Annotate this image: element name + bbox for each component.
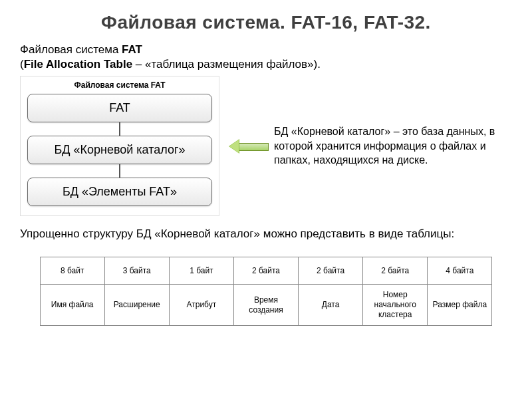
table-cell: Имя файла	[40, 285, 104, 326]
table-cell: Время создания	[233, 285, 298, 326]
table-cell: Номер начального кластера	[363, 285, 428, 326]
fat-diagram: Файловая система FAT FAT БД «Корневой ка…	[20, 76, 219, 216]
intro-line1-bold: FAT	[122, 43, 142, 56]
table-cell: 8 байт	[40, 257, 104, 285]
root-catalog-table: 8 байт 3 байта 1 байт 2 байта 2 байта 2 …	[40, 257, 493, 326]
table-cell: Расширение	[104, 285, 169, 326]
intro-line2-bold: File Allocation Table	[24, 58, 132, 70]
table-cell: 2 байта	[363, 257, 428, 285]
table-cell: 3 байта	[104, 257, 169, 285]
callout-text: БД «Корневой каталог» – это база данных,…	[269, 124, 512, 168]
intro-line2-rest: – «таблица размещения файлов»).	[132, 58, 321, 70]
diagram-caption: Файловая система FAT	[27, 80, 212, 90]
diagram-connector-1	[119, 122, 120, 136]
diagram-box-root-catalog: БД «Корневой каталог»	[27, 136, 212, 164]
table-cell: Атрибут	[169, 285, 233, 326]
table-cell: 2 байта	[299, 257, 363, 285]
table-cell: 1 байт	[169, 257, 233, 285]
table-cell: 2 байта	[233, 257, 298, 285]
intro-line1-prefix: Файловая система	[20, 43, 122, 56]
diagram-box-fat: FAT	[27, 94, 212, 122]
post-diagram-text: Упрощенно структуру БД «Корневой каталог…	[20, 227, 512, 242]
arrow-left-icon	[229, 139, 269, 154]
diagram-connector-2	[119, 164, 120, 178]
diagram-row: Файловая система FAT FAT БД «Корневой ка…	[20, 76, 512, 216]
table-row-fields: Имя файла Расширение Атрибут Время созда…	[40, 285, 492, 326]
table-cell: 4 байта	[428, 257, 492, 285]
table-row-sizes: 8 байт 3 байта 1 байт 2 байта 2 байта 2 …	[40, 257, 492, 285]
table-cell: Размер файла	[428, 285, 492, 326]
diagram-box-fat-elements: БД «Элементы FAT»	[27, 178, 212, 206]
callout-group: БД «Корневой каталог» – это база данных,…	[229, 124, 512, 168]
table-cell: Дата	[299, 285, 363, 326]
intro-text: Файловая система FAT (File Allocation Ta…	[20, 43, 512, 72]
slide-title: Файловая система. FAT-16, FAT-32.	[20, 12, 512, 33]
slide: Файловая система. FAT-16, FAT-32. Файлов…	[0, 0, 532, 399]
